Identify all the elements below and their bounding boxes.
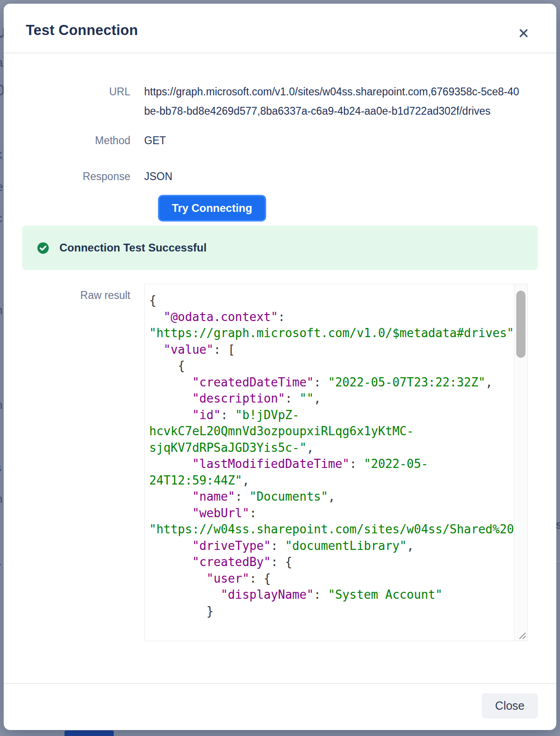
code-line: "createdDateTime": "2022-05-07T23:22:32Z… — [149, 374, 514, 391]
method-value: GET — [144, 131, 166, 150]
code-line: hcvkC7eL20QmnVd3ozpoupxiRLqg6x1yKtMC- — [149, 423, 514, 440]
backdrop-text-fragment: 0 — [0, 82, 4, 98]
try-connecting-button[interactable]: Try Connecting — [158, 195, 266, 222]
code-line: "driveType": "documentLibrary", — [149, 538, 514, 555]
field-row-response: Response JSON — [22, 167, 538, 186]
raw-result-code[interactable]: { "@odata.context":"https://graph.micros… — [145, 284, 514, 641]
backdrop-text-fragment: n — [0, 399, 2, 411]
close-button[interactable] — [517, 25, 533, 41]
backdrop-button-edge — [64, 730, 114, 736]
code-line: "description": "", — [149, 391, 514, 407]
field-row-method: Method GET — [22, 131, 538, 150]
code-line: 24T12:59:44Z", — [149, 473, 514, 489]
code-line: { — [149, 358, 514, 374]
modal-title: Test Connection — [26, 22, 534, 39]
backdrop-text-fragment: s — [0, 462, 1, 473]
backdrop-text-fragment: k — [0, 148, 2, 161]
raw-result-textarea[interactable]: { "@odata.context":"https://graph.micros… — [144, 284, 528, 641]
modal-footer: Close — [4, 683, 556, 730]
scrollbar-thumb[interactable] — [516, 291, 525, 358]
code-line: "value": [ — [149, 342, 514, 358]
modal-header: Test Connection — [4, 4, 556, 53]
backdrop-text-fragment: n — [0, 304, 2, 316]
backdrop-text-fragment: a — [0, 56, 3, 69]
code-line: "user": { — [149, 571, 514, 587]
backdrop-left-strip: ua0tkecnnsnrl — [0, 0, 4, 736]
try-connecting-row: Try Connecting — [158, 195, 538, 222]
close-icon — [517, 26, 533, 40]
field-row-url: URL https://graph.microsoft.com/v1.0/sit… — [22, 82, 538, 121]
code-line: "id": "b!jDVpZ- — [149, 407, 514, 424]
success-banner-text: Connection Test Successful — [59, 241, 207, 254]
resize-grip-icon[interactable] — [518, 631, 527, 640]
code-line: "https://w04ss.sharepoint.com/sites/w04s… — [149, 521, 514, 538]
backdrop-divider — [556, 561, 560, 562]
code-line: "name": "Documents", — [149, 489, 514, 505]
backdrop-text-fragment: s — [556, 519, 560, 531]
footer-close-button[interactable]: Close — [482, 693, 538, 718]
success-banner: Connection Test Successful — [22, 226, 538, 270]
backdrop-text-fragment: r — [0, 560, 1, 573]
code-line: sjqKV7dRPSaJGD3Yis5c-", — [149, 440, 514, 456]
code-line: "displayName": "System Account" — [149, 587, 514, 603]
test-connection-modal: Test Connection URL https://graph.micros… — [4, 4, 556, 730]
backdrop-text-fragment: u — [0, 23, 4, 41]
check-circle-icon — [37, 242, 49, 254]
code-line: "@odata.context": — [149, 309, 514, 326]
backdrop-text-fragment: c — [0, 212, 2, 225]
backdrop-text-fragment: e — [0, 181, 3, 193]
url-value: https://graph.microsoft.com/v1.0/sites/w… — [144, 82, 521, 121]
code-line: "createdBy": { — [149, 554, 514, 571]
code-line: "webUrl": — [149, 505, 514, 522]
raw-result-label: Raw result — [22, 284, 144, 305]
code-line: "lastModifiedDateTime": "2022-05- — [149, 456, 514, 473]
code-line: { — [149, 292, 514, 309]
method-label: Method — [22, 131, 144, 150]
raw-result-row: Raw result { "@odata.context":"https://g… — [22, 284, 538, 641]
url-label: URL — [22, 82, 144, 101]
response-label: Response — [22, 167, 144, 186]
response-value: JSON — [144, 167, 172, 186]
code-line: } — [149, 603, 514, 620]
backdrop-right-strip: s — [556, 0, 560, 736]
scrollbar-track[interactable] — [514, 284, 527, 641]
modal-body: URL https://graph.microsoft.com/v1.0/sit… — [4, 53, 556, 683]
backdrop-text-fragment: n — [0, 493, 2, 505]
code-line: "https://graph.microsoft.com/v1.0/$metad… — [149, 325, 514, 342]
